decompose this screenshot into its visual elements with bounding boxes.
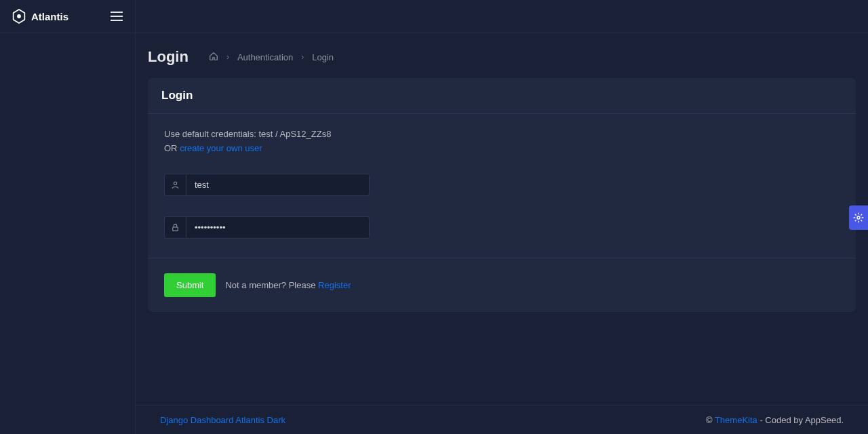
brand[interactable]: Atlantis — [12, 8, 68, 24]
password-input[interactable] — [186, 216, 370, 239]
breadcrumb-current: Login — [312, 52, 334, 62]
not-member-text: Not a member? Please — [225, 280, 318, 290]
page-header: Login › Authentication › Login — [148, 48, 856, 66]
credentials-hint: Use default credentials: test / ApS12_ZZ… — [164, 127, 840, 142]
or-text: OR — [164, 143, 180, 153]
footer: Django Dashboard Atlantis Dark © ThemeKi… — [136, 405, 868, 434]
themekita-link[interactable]: ThemeKita — [715, 415, 757, 425]
submit-button[interactable]: Submit — [164, 273, 216, 297]
sidebar: Atlantis — [0, 0, 136, 434]
svg-point-1 — [174, 182, 176, 184]
brand-name: Atlantis — [31, 11, 68, 22]
svg-point-0 — [17, 14, 21, 18]
chevron-right-icon: › — [226, 52, 229, 62]
svg-rect-2 — [173, 227, 178, 231]
password-row — [164, 216, 370, 239]
breadcrumb: › Authentication › Login — [209, 52, 334, 63]
coded-by: - Coded by AppSeed. — [757, 415, 844, 425]
chevron-right-icon: › — [301, 52, 304, 62]
username-input[interactable] — [186, 174, 370, 196]
content: Login › Authentication › Login Login Use… — [136, 33, 868, 405]
login-card: Login Use default credentials: test / Ap… — [148, 78, 856, 312]
home-icon — [209, 52, 218, 61]
page-title: Login — [148, 48, 189, 66]
breadcrumb-home[interactable] — [209, 52, 218, 63]
username-row — [164, 174, 370, 196]
topbar — [136, 0, 868, 33]
brand-logo-icon — [12, 8, 26, 24]
create-user-link[interactable]: create your own user — [180, 143, 262, 153]
gear-icon — [853, 212, 864, 223]
card-footer: Submit Not a member? Please Register — [148, 258, 856, 312]
svg-point-3 — [857, 216, 860, 219]
hamburger-icon[interactable] — [111, 12, 123, 21]
sidebar-header: Atlantis — [0, 0, 135, 33]
card-body: Use default credentials: test / ApS12_ZZ… — [148, 114, 856, 258]
register-link[interactable]: Register — [318, 280, 351, 290]
settings-tab[interactable] — [849, 205, 868, 230]
breadcrumb-section[interactable]: Authentication — [237, 52, 293, 62]
lock-icon — [164, 216, 186, 239]
card-header: Login — [148, 78, 856, 114]
footer-left-link[interactable]: Django Dashboard Atlantis Dark — [160, 415, 285, 425]
user-icon — [164, 174, 186, 196]
copyright-symbol: © — [706, 415, 715, 425]
